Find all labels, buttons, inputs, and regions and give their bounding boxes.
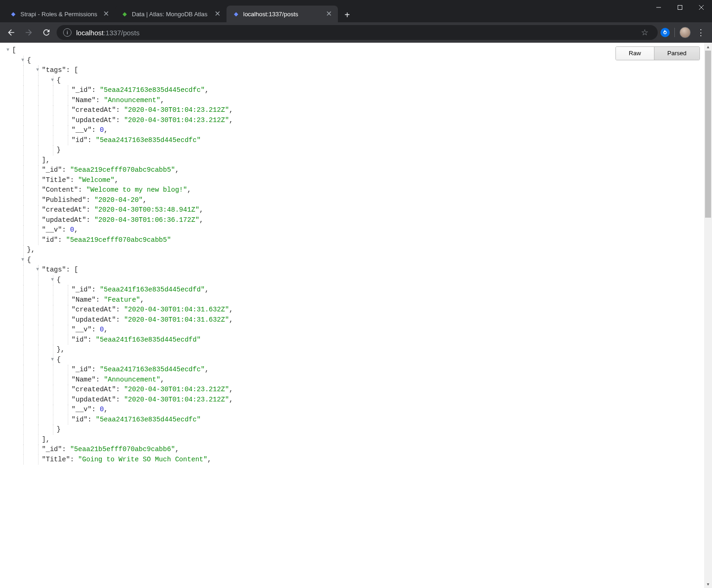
json-line: "Published": "2020-04-20", [3, 195, 712, 206]
json-line: "id": "5eaa241f163e835d445ecdfd" [3, 335, 712, 345]
json-line: ▼{ [3, 275, 712, 285]
json-line: "createdAt": "2020-04-30T00:53:48.941Z", [3, 205, 712, 215]
json-line: ], [3, 435, 712, 445]
json-line: "_id": "5eaa21b5efff070abc9cabb6", [3, 445, 712, 455]
json-line: } [3, 425, 712, 435]
json-line: "Title": "Welcome", [3, 175, 712, 186]
json-line: "updatedAt": "2020-04-30T01:06:36.172Z", [3, 215, 712, 226]
json-line: ▼"tags": [ [3, 265, 712, 275]
maximize-button[interactable] [669, 0, 691, 15]
close-tab-icon[interactable]: ✕ [102, 10, 110, 18]
collapser-arrow-icon[interactable]: ▼ [50, 75, 55, 85]
json-line: "id": "5eaa2417163e835d445ecdfc" [3, 415, 712, 425]
strapi-favicon-icon: ◆ [9, 10, 17, 18]
json-line: ▼"tags": [ [3, 65, 712, 76]
json-line: "_id": "5eaa2417163e835d445ecdfc", [3, 85, 712, 96]
bookmark-star-icon[interactable]: ☆ [638, 27, 651, 38]
json-line: "Name": "Announcement", [3, 375, 712, 385]
json-viewer-panel: Raw Parsed ▼[▼{▼"tags": [▼{"_id": "5eaa2… [0, 43, 712, 467]
json-line: ▼{ [3, 76, 712, 86]
url-display: localhost:1337/posts [76, 29, 140, 37]
tab-strip: ◆ Strapi - Roles & Permissions ✕ ◆ Data … [0, 6, 648, 22]
new-tab-button[interactable]: + [340, 7, 355, 22]
collapser-arrow-icon[interactable]: ▼ [35, 65, 40, 75]
json-line: ▼{ [3, 255, 712, 265]
close-tab-icon[interactable]: ✕ [325, 10, 332, 18]
svg-rect-1 [678, 6, 682, 10]
site-info-icon[interactable]: i [63, 28, 71, 37]
minimize-button[interactable] [648, 0, 669, 15]
separator [674, 28, 675, 37]
close-tab-icon[interactable]: ✕ [214, 10, 221, 18]
collapser-arrow-icon[interactable]: ▼ [20, 55, 25, 65]
json-line: "updatedAt": "2020-04-30T01:04:23.212Z", [3, 395, 712, 405]
json-line: "createdAt": "2020-04-30T01:04:23.212Z", [3, 105, 712, 116]
tab-strapi[interactable]: ◆ Strapi - Roles & Permissions ✕ [4, 6, 115, 22]
json-line: ▼{ [3, 355, 712, 365]
json-line: "createdAt": "2020-04-30T01:04:23.212Z", [3, 385, 712, 395]
vertical-scrollbar[interactable]: ▴ ▾ [704, 43, 712, 467]
address-bar[interactable]: i localhost:1337/posts ☆ [57, 25, 658, 40]
tab-label: Data | Atlas: MongoDB Atlas [132, 11, 210, 18]
onepassword-icon[interactable]: ⥁ [660, 28, 670, 37]
tab-label: Strapi - Roles & Permissions [20, 11, 98, 18]
window-controls [648, 0, 712, 22]
json-line: "updatedAt": "2020-04-30T01:04:31.632Z", [3, 315, 712, 325]
collapser-arrow-icon[interactable]: ▼ [50, 355, 55, 365]
profile-avatar[interactable] [680, 27, 691, 38]
json-line: "createdAt": "2020-04-30T01:04:31.632Z", [3, 305, 712, 315]
json-line: "__v": 0, [3, 325, 712, 335]
local-favicon-icon: ◆ [232, 10, 239, 18]
json-line: "Name": "Feature", [3, 295, 712, 305]
json-line: ▼[ [3, 45, 712, 56]
kebab-menu-icon[interactable]: ⋮ [693, 25, 708, 40]
json-line: "_id": "5eaa241f163e835d445ecdfd", [3, 285, 712, 295]
collapser-arrow-icon[interactable]: ▼ [50, 275, 55, 285]
tab-localhost[interactable]: ◆ localhost:1337/posts ✕ [227, 6, 338, 22]
reload-button[interactable] [39, 25, 54, 40]
json-line: "__v": 0, [3, 405, 712, 415]
json-line: "updatedAt": "2020-04-30T01:04:23.212Z", [3, 116, 712, 126]
json-line: "_id": "5eaa2417163e835d445ecdfc", [3, 365, 712, 375]
json-line: }, [3, 345, 712, 355]
forward-button[interactable] [21, 25, 36, 40]
json-line: ], [3, 155, 712, 166]
collapser-arrow-icon[interactable]: ▼ [35, 265, 40, 275]
scroll-up-arrow-icon[interactable]: ▴ [704, 43, 712, 51]
collapser-arrow-icon[interactable]: ▼ [20, 255, 25, 265]
tab-mongodb[interactable]: ◆ Data | Atlas: MongoDB Atlas ✕ [115, 6, 227, 22]
close-window-button[interactable] [691, 0, 712, 15]
json-line: }, [3, 245, 712, 255]
json-line: "__v": 0, [3, 125, 712, 136]
json-line: ▼{ [3, 56, 712, 66]
json-line: "Content": "Welcome to my new blog!", [3, 185, 712, 195]
browser-toolbar: i localhost:1337/posts ☆ ⥁ ⋮ [0, 22, 712, 43]
json-line: } [3, 145, 712, 155]
mongo-favicon-icon: ◆ [121, 10, 128, 18]
back-button[interactable] [4, 25, 19, 40]
browser-titlebar: ◆ Strapi - Roles & Permissions ✕ ◆ Data … [0, 0, 712, 22]
json-line: "Title": "Going to Write SO Much Content… [3, 455, 712, 465]
collapser-arrow-icon[interactable]: ▼ [6, 45, 10, 55]
json-line: "Name": "Announcement", [3, 96, 712, 106]
tab-label: localhost:1337/posts [243, 11, 321, 18]
json-line: "id": "5eaa219cefff070abc9cabb5" [3, 235, 712, 246]
scroll-thumb[interactable] [705, 51, 711, 218]
json-line: "_id": "5eaa219cefff070abc9cabb5", [3, 165, 712, 175]
json-line: "id": "5eaa2417163e835d445ecdfc" [3, 136, 712, 146]
json-line: "__v": 0, [3, 225, 712, 235]
